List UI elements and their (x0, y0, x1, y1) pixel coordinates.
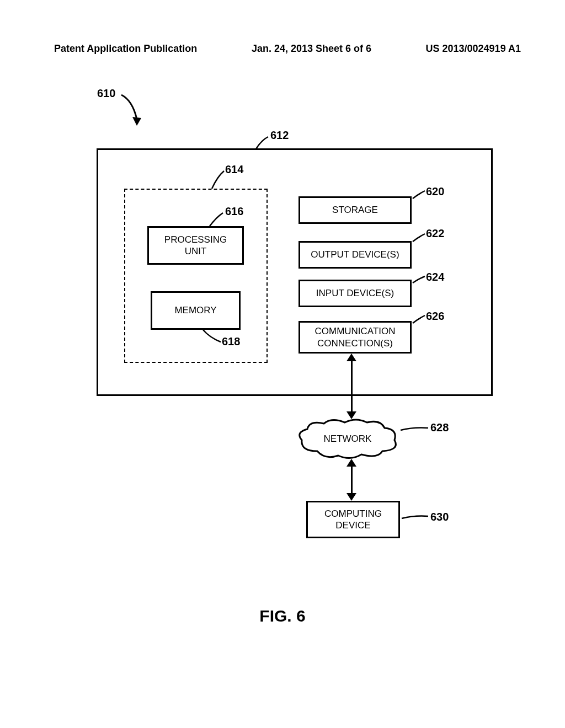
memory-box: MEMORY (151, 291, 241, 330)
ref-626-leader (412, 315, 426, 324)
storage-box: STORAGE (299, 196, 412, 224)
input-devices-box: INPUT DEVICE(S) (299, 280, 412, 307)
processing-unit-box: PROCESSING UNIT (147, 226, 244, 265)
ref-614-leader (211, 171, 226, 190)
ref-628-leader (399, 426, 429, 433)
output-devices-label: OUTPUT DEVICE(S) (311, 249, 399, 260)
computing-device-box: COMPUTING DEVICE (306, 501, 400, 538)
figure-diagram: 610 612 614 PROCESSING UNIT 616 ME (0, 0, 565, 728)
ref-610: 610 (97, 87, 115, 100)
page: Patent Application Publication Jan. 24, … (0, 0, 565, 728)
ref-624-leader (412, 276, 426, 284)
ref-612-leader (254, 137, 270, 150)
ref-628: 628 (430, 421, 449, 434)
core-dashed-box (124, 189, 268, 363)
communication-connections-label: COMMUNICATION CONNECTION(S) (315, 325, 395, 349)
ref-622: 622 (426, 227, 444, 240)
network-cloud: NETWORK (295, 417, 400, 461)
ref-620: 620 (426, 185, 444, 198)
ref-620-leader (412, 191, 426, 200)
ref-630-leader (401, 514, 429, 522)
communication-connections-box: COMMUNICATION CONNECTION(S) (299, 321, 412, 354)
svg-marker-0 (132, 117, 141, 126)
ref-618-leader (202, 330, 222, 344)
ref-626: 626 (426, 310, 444, 323)
ref-614: 614 (225, 163, 243, 176)
network-label: NETWORK (295, 417, 400, 461)
computing-device-label: COMPUTING DEVICE (324, 508, 382, 532)
figure-caption: FIG. 6 (0, 607, 565, 625)
storage-label: STORAGE (332, 204, 378, 216)
ref-618: 618 (222, 335, 240, 348)
ref-630: 630 (430, 511, 449, 523)
memory-label: MEMORY (174, 304, 216, 316)
ref-622-leader (412, 234, 426, 243)
ref-624: 624 (426, 271, 444, 283)
ref-610-pointer-arrow (120, 94, 142, 127)
processing-unit-label: PROCESSING UNIT (164, 234, 227, 258)
ref-616: 616 (225, 205, 243, 218)
input-devices-label: INPUT DEVICE(S) (316, 287, 394, 299)
ref-616-leader (209, 213, 225, 227)
output-devices-box: OUTPUT DEVICE(S) (299, 241, 412, 269)
ref-612: 612 (270, 129, 289, 142)
